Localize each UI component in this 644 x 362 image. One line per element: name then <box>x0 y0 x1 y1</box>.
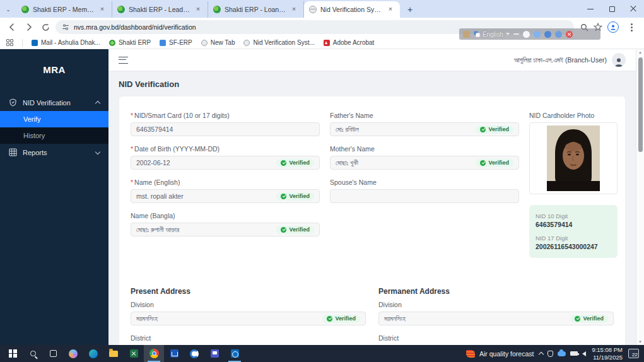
permanent-division-select[interactable]: ময়মনসিংহ Verified <box>378 312 614 325</box>
check-icon <box>480 160 486 166</box>
new-tab-button[interactable]: + <box>402 2 418 17</box>
father-name-input[interactable]: মোঃ রবিউল Verified <box>330 122 519 136</box>
bookmark-shakti-erp[interactable]: Shakti ERP <box>109 39 151 46</box>
overlay-minimize-icon[interactable] <box>513 33 519 35</box>
page-scrollbar[interactable]: ▲ ▼ <box>636 49 644 345</box>
sidebar-item-verify[interactable]: Verify <box>0 111 108 127</box>
scroll-up-arrow[interactable]: ▲ <box>636 50 644 54</box>
tab-strip: ⌄ Shakti ERP - Member Lead List × Shakti… <box>0 0 644 18</box>
minimize-button[interactable] <box>580 0 601 18</box>
overlay-globe-icon[interactable] <box>555 31 562 38</box>
sidebar-item-reports[interactable]: Reports <box>0 144 108 161</box>
label-text: NID/Smart Card (10 or 17 digits) <box>134 112 230 119</box>
badge-label: Verified <box>289 160 310 166</box>
user-menu[interactable]: আশুলিয়া ঢাকা-এস.এমই (Branch-User) <box>514 53 626 67</box>
spouse-name-input[interactable] <box>330 189 519 203</box>
forward-button[interactable] <box>22 20 37 35</box>
field-father-name: Father's Name মোঃ রবিউল Verified <box>330 112 519 136</box>
tab-close-icon[interactable]: × <box>386 5 395 14</box>
mother-name-input[interactable]: মোছাঃ খুকী Verified <box>330 156 519 170</box>
divider <box>22 39 23 47</box>
word-button[interactable] <box>164 345 184 362</box>
bookmark-sf-erp[interactable]: SF-ERP <box>160 39 192 46</box>
field-value: 6463579414 <box>136 126 314 133</box>
globe-icon <box>243 40 250 46</box>
page-title: NID Verification <box>119 79 626 89</box>
close-button[interactable] <box>623 0 644 18</box>
profile-avatar-icon[interactable] <box>607 21 619 33</box>
overlay-tool-icon[interactable] <box>534 31 541 38</box>
bookmark-label: Shakti ERP <box>119 39 151 46</box>
sidebar-item-label: Verify <box>23 115 41 123</box>
bookmark-mail[interactable]: Mail - Ashulia Dhak... <box>32 39 100 46</box>
avatar[interactable] <box>612 53 626 67</box>
task-view-icon <box>50 350 57 357</box>
present-division-select[interactable]: ময়মনসিংহ Verified <box>131 312 366 325</box>
taskbar-search-button[interactable] <box>23 345 43 362</box>
tab-close-icon[interactable]: × <box>194 5 202 14</box>
language-selector[interactable]: English <box>474 31 510 38</box>
tab-member-lead-list[interactable]: Shakti ERP - Member Lead List × <box>16 1 112 18</box>
apps-grid-icon[interactable] <box>6 39 13 46</box>
bookmark-adobe-acrobat[interactable]: Adobe Acrobat <box>324 39 375 46</box>
dob-input[interactable]: 2002-06-12 Verified <box>131 156 320 170</box>
task-view-button[interactable] <box>43 345 63 362</box>
field-permanent-division: Division ময়মনসিংহ Verified <box>378 301 614 325</box>
taskbar-clock[interactable]: 9:15:08 PM 11/19/2025 <box>592 346 623 361</box>
tray-expand-icon[interactable] <box>539 352 544 357</box>
outlook-button[interactable] <box>225 345 245 362</box>
overlay-shield-icon[interactable] <box>544 31 551 38</box>
tab-title: Shakti ERP - Member Lead List <box>33 6 94 13</box>
check-icon <box>575 316 580 322</box>
field-label: Name (Bangla) <box>131 212 320 219</box>
taskbar-tray: Air quality forecast 9:15:08 PM 11/19/20… <box>466 346 641 361</box>
battery-icon[interactable] <box>570 351 578 356</box>
translate-toolbar[interactable]: English <box>459 28 600 40</box>
sidebar-item-history[interactable]: History <box>0 127 108 144</box>
edge-button[interactable] <box>83 345 103 362</box>
weather-widget[interactable]: Air quality forecast <box>466 350 534 358</box>
tab-lead-details[interactable]: Shakti ERP - Lead Details × <box>112 1 208 18</box>
back-button[interactable] <box>5 20 20 35</box>
teams-button[interactable] <box>204 345 225 362</box>
maximize-button[interactable] <box>601 0 623 18</box>
onedrive-icon[interactable] <box>558 351 566 356</box>
tab-close-icon[interactable]: × <box>98 5 107 14</box>
tab-loan-proposal[interactable]: Shakti ERP - Loan Proposal Det... × <box>208 1 304 18</box>
bookmark-new-tab[interactable]: New Tab <box>201 39 235 46</box>
security-icon[interactable] <box>547 351 553 357</box>
bookmark-label: Mail - Ashulia Dhak... <box>41 39 100 46</box>
file-explorer-button[interactable] <box>103 345 124 362</box>
tab-search-button[interactable]: ⌄ <box>0 1 16 18</box>
browser-menu-button[interactable] <box>624 20 639 35</box>
reload-icon <box>42 23 50 32</box>
volume-icon[interactable] <box>582 351 586 356</box>
scrollbar-thumb[interactable] <box>638 57 643 152</box>
portrait-photo <box>547 126 600 191</box>
sf-erp-icon <box>160 40 166 46</box>
tab-nid-verification-active[interactable]: Nid Verification System × <box>304 1 400 18</box>
excel-button[interactable] <box>124 345 144 362</box>
shakti-erp-favicon <box>213 6 221 13</box>
scroll-down-arrow[interactable]: ▼ <box>636 340 644 344</box>
field-nid: *NID/Smart Card (10 or 17 digits) 646357… <box>131 112 320 136</box>
reports-grid-icon <box>9 148 17 156</box>
reload-button[interactable] <box>38 20 53 35</box>
sidebar-item-nid-verification[interactable]: NID Verification <box>0 94 108 111</box>
badge-label: Verified <box>488 160 509 166</box>
name-english-input[interactable]: mst. ropali akter Verified <box>131 189 320 203</box>
notification-center-button[interactable]: 22 <box>628 349 639 358</box>
app-c-button[interactable] <box>184 345 204 362</box>
menu-collapse-icon[interactable] <box>119 57 128 64</box>
start-button[interactable] <box>3 345 23 362</box>
verified-badge: Verified <box>570 315 608 323</box>
field-label: Division <box>378 301 614 308</box>
tab-close-icon[interactable]: × <box>290 5 298 14</box>
copilot-button[interactable] <box>63 345 83 362</box>
overlay-close-icon[interactable] <box>566 31 573 38</box>
name-bangla-input[interactable]: মোছাঃ রুপালী আক্তার Verified <box>131 223 320 236</box>
nid-input[interactable]: 6463579414 <box>131 122 320 136</box>
bookmark-nid-verification[interactable]: Nid Verification Syst... <box>243 39 314 46</box>
chrome-button[interactable] <box>144 345 164 362</box>
overlay-record-icon[interactable] <box>523 31 530 38</box>
